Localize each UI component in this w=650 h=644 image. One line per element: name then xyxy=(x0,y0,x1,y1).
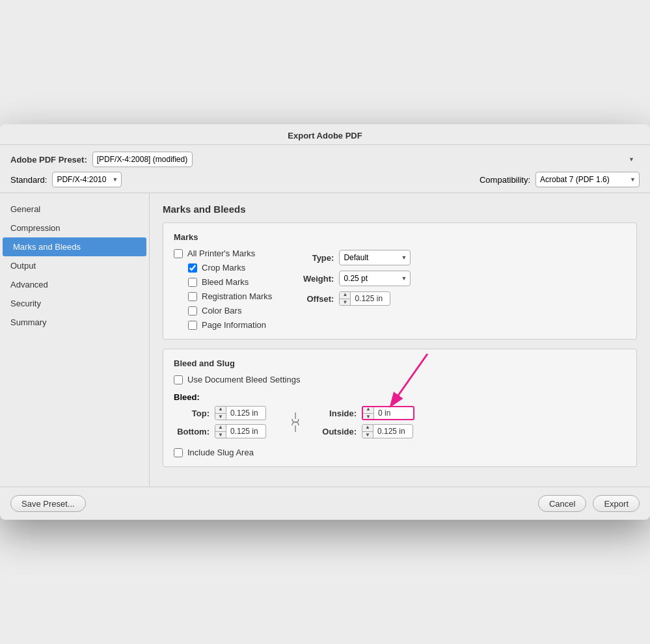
content-area: Marks and Bleeds Marks All Printer's Mar… xyxy=(150,193,650,487)
bottom-down-arrow[interactable]: ▼ xyxy=(215,432,226,439)
bleed-left-fields: Top: ▲ ▼ 0.125 in Bottom: xyxy=(174,406,266,438)
color-bars-row: Color Bars xyxy=(174,306,272,315)
sidebar: General Compression Marks and Bleeds Out… xyxy=(0,193,150,487)
sidebar-item-summary[interactable]: Summary xyxy=(0,313,149,332)
include-slug-checkbox[interactable] xyxy=(174,448,183,457)
preset-label: Adobe PDF Preset: xyxy=(10,155,87,165)
bottom-bar: Save Preset... Cancel Export xyxy=(0,487,650,520)
page-information-row: Page Information xyxy=(174,320,272,330)
bleed-marks-row: Bleed Marks xyxy=(174,277,272,287)
all-printers-marks-row: All Printer's Marks xyxy=(174,248,272,258)
standard-area: Standard: PDF/X-4:2010 xyxy=(10,172,122,187)
marks-left: All Printer's Marks Crop Marks Bleed Mar… xyxy=(174,248,272,330)
bleed-right-fields: Inside: ▲ ▼ 0 in xyxy=(321,406,414,438)
sidebar-item-output[interactable]: Output xyxy=(0,256,149,275)
title-bar: Export Adobe PDF xyxy=(0,124,650,145)
outside-down-arrow[interactable]: ▼ xyxy=(362,432,373,439)
outside-field-row: Outside: ▲ ▼ 0.125 in xyxy=(321,424,414,438)
offset-up-arrow[interactable]: ▲ xyxy=(340,291,350,299)
crop-marks-row: Crop Marks xyxy=(174,263,272,273)
weight-select-wrapper: 0.25 pt xyxy=(339,271,411,286)
outside-arrows: ▲ ▼ xyxy=(362,424,373,438)
preset-row: Adobe PDF Preset: [PDF/X-4:2008] (modifi… xyxy=(10,152,640,167)
bottom-label: Bottom: xyxy=(174,427,210,436)
export-pdf-dialog: Export Adobe PDF Adobe PDF Preset: [PDF/… xyxy=(0,124,650,520)
top-stepper: ▲ ▼ 0.125 in xyxy=(215,406,266,420)
bleed-marks-label: Bleed Marks xyxy=(202,277,249,287)
bottom-value: 0.125 in xyxy=(226,427,265,436)
inside-stepper-wrapper: ▲ ▼ 0 in xyxy=(362,406,414,420)
color-bars-label: Color Bars xyxy=(202,306,241,315)
outside-up-arrow[interactable]: ▲ xyxy=(362,424,373,432)
save-preset-button[interactable]: Save Preset... xyxy=(10,495,86,512)
outside-value: 0.125 in xyxy=(373,427,413,436)
inside-field-row: Inside: ▲ ▼ 0 in xyxy=(321,406,414,420)
bottom-up-arrow[interactable]: ▲ xyxy=(215,424,226,432)
color-bars-checkbox[interactable] xyxy=(188,306,197,315)
weight-select[interactable]: 0.25 pt xyxy=(339,271,411,286)
top-down-arrow[interactable]: ▼ xyxy=(215,414,226,421)
bleed-slug-section: Bleed and Slug Use Document Bleed Settin… xyxy=(163,349,637,467)
registration-marks-checkbox[interactable] xyxy=(188,292,197,301)
preset-select-wrapper: [PDF/X-4:2008] (modified) xyxy=(92,152,640,167)
sidebar-item-marks-and-bleeds[interactable]: Marks and Bleeds xyxy=(3,237,146,256)
cancel-button[interactable]: Cancel xyxy=(538,495,586,512)
crop-marks-checkbox[interactable] xyxy=(188,263,197,273)
marks-right: Type: Default Weight: xyxy=(298,248,411,330)
right-buttons: Cancel Export xyxy=(538,495,640,512)
content-title: Marks and Bleeds xyxy=(163,204,637,215)
link-icon[interactable] xyxy=(290,412,301,432)
sidebar-item-general[interactable]: General xyxy=(0,200,149,219)
marks-header: Marks xyxy=(174,232,626,242)
include-slug-label: Include Slug Area xyxy=(187,448,254,457)
all-printers-marks-checkbox[interactable] xyxy=(174,249,183,258)
offset-stepper: ▲ ▼ 0.125 in xyxy=(339,291,390,306)
include-slug-row: Include Slug Area xyxy=(174,448,626,457)
marks-section: Marks All Printer's Marks Crop Marks xyxy=(163,222,637,340)
sidebar-item-advanced[interactable]: Advanced xyxy=(0,275,149,294)
top-bar: Adobe PDF Preset: [PDF/X-4:2008] (modifi… xyxy=(0,145,650,193)
crop-marks-label: Crop Marks xyxy=(202,263,245,273)
bleed-marks-checkbox[interactable] xyxy=(188,278,197,287)
compatibility-select[interactable]: Acrobat 7 (PDF 1.6) xyxy=(535,172,640,187)
top-up-arrow[interactable]: ▲ xyxy=(215,406,226,414)
standard-label: Standard: xyxy=(10,175,47,185)
inside-down-arrow[interactable]: ▼ xyxy=(363,414,373,421)
offset-row: Offset: ▲ ▼ 0.125 in xyxy=(298,291,411,306)
sidebar-item-security[interactable]: Security xyxy=(0,294,149,313)
type-select-wrapper: Default xyxy=(339,250,411,265)
page-information-label: Page Information xyxy=(202,320,266,330)
type-row: Type: Default xyxy=(298,250,411,265)
offset-value: 0.125 in xyxy=(351,294,390,303)
use-document-bleed-label: Use Document Bleed Settings xyxy=(187,375,300,384)
outside-label: Outside: xyxy=(321,427,357,436)
main-area: General Compression Marks and Bleeds Out… xyxy=(0,193,650,487)
weight-label: Weight: xyxy=(298,274,334,284)
page-information-checkbox[interactable] xyxy=(188,321,197,330)
registration-marks-row: Registration Marks xyxy=(174,291,272,301)
pink-arrow-annotation xyxy=(356,347,434,412)
use-document-bleed-checkbox[interactable] xyxy=(174,375,183,384)
compatibility-label: Compatibility: xyxy=(480,175,530,185)
top-arrows: ▲ ▼ xyxy=(215,406,226,420)
offset-arrows: ▲ ▼ xyxy=(340,291,351,306)
inside-label: Inside: xyxy=(321,409,357,418)
sidebar-item-compression[interactable]: Compression xyxy=(0,219,149,237)
offset-down-arrow[interactable]: ▼ xyxy=(340,299,350,306)
dialog-title: Export Adobe PDF xyxy=(288,131,362,141)
registration-marks-label: Registration Marks xyxy=(202,291,272,301)
marks-grid: All Printer's Marks Crop Marks Bleed Mar… xyxy=(174,248,626,330)
top-label: Top: xyxy=(174,409,210,418)
all-printers-marks-label: All Printer's Marks xyxy=(187,248,255,258)
bottom-stepper: ▲ ▼ 0.125 in xyxy=(215,424,266,438)
bottom-field-row: Bottom: ▲ ▼ 0.125 in xyxy=(174,424,266,438)
type-label: Type: xyxy=(298,253,334,263)
type-select[interactable]: Default xyxy=(339,250,411,265)
standard-select[interactable]: PDF/X-4:2010 xyxy=(52,172,122,187)
compatibility-select-wrapper: Acrobat 7 (PDF 1.6) xyxy=(535,172,640,187)
export-button[interactable]: Export xyxy=(593,495,640,512)
top-field-row: Top: ▲ ▼ 0.125 in xyxy=(174,406,266,420)
offset-label: Offset: xyxy=(298,294,334,304)
bleed-fields-row: Top: ▲ ▼ 0.125 in Bottom: xyxy=(174,406,626,438)
preset-select[interactable]: [PDF/X-4:2008] (modified) xyxy=(92,152,193,167)
